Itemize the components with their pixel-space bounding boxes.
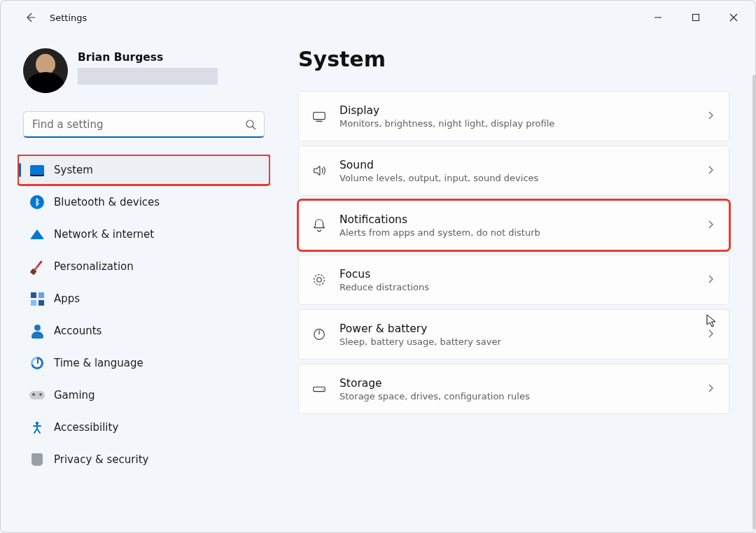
card-title: Power & battery [340,322,706,335]
avatar [23,48,68,93]
sidebar-item-label: Bluetooth & devices [54,196,160,208]
bluetooth-icon: ᛒ [29,194,46,211]
card-notifications[interactable]: Notifications Alerts from apps and syste… [298,200,729,250]
accounts-icon [29,322,46,339]
card-display[interactable]: Display Monitors, brightness, night ligh… [298,91,729,141]
card-storage[interactable]: Storage Storage space, drives, configura… [298,364,729,414]
card-text: Display Monitors, brightness, night ligh… [340,104,706,129]
user-email-redacted [78,68,218,85]
card-subtitle: Storage space, drives, configuration rul… [340,391,706,401]
power-icon [312,327,340,342]
maximize-button[interactable] [677,3,715,31]
page-title: System [298,47,746,71]
sidebar-item-label: Time & language [54,357,144,369]
card-text: Notifications Alerts from apps and syste… [340,213,706,238]
arrow-left-icon [24,12,36,23]
card-text: Sound Volume levels, output, input, soun… [340,159,706,183]
user-block[interactable]: Brian Burgess [18,48,270,93]
card-text: Storage Storage space, drives, configura… [340,377,706,401]
sidebar-item-label: Accounts [54,325,102,337]
sidebar-item-time-language[interactable]: Time & language [18,348,270,378]
svg-rect-3 [314,113,326,120]
sidebar-item-label: Accessibility [54,421,118,434]
user-name: Brian Burgess [78,51,218,64]
window-controls [639,3,752,31]
content-area: Brian Burgess System ᛒ Bluetooth & devic… [1,34,755,532]
notifications-icon [312,218,340,233]
settings-window: Settings Brian Burgess [0,0,756,533]
search-icon [245,119,256,130]
storage-icon [312,381,340,397]
apps-icon [29,290,46,307]
sidebar-item-accessibility[interactable]: Accessibility [18,412,270,443]
card-subtitle: Monitors, brightness, night light, displ… [340,118,706,129]
maximize-icon [692,13,700,22]
sidebar-item-privacy[interactable]: Privacy & security [18,444,270,475]
chevron-right-icon [706,164,715,178]
sound-icon [312,163,340,178]
minimize-icon [654,13,662,22]
card-subtitle: Alerts from apps and system, do not dist… [340,227,706,238]
sidebar-item-label: Gaming [54,389,95,401]
svg-point-5 [317,278,321,282]
svg-point-8 [323,389,324,390]
focus-icon [312,272,340,287]
card-sound[interactable]: Sound Volume levels, output, input, soun… [298,145,729,196]
gaming-icon [29,387,46,404]
network-icon [29,226,46,243]
minimize-button[interactable] [639,3,677,31]
card-title: Sound [340,159,706,171]
sidebar-item-system[interactable]: System [18,155,270,185]
main-panel: System Display Monitors, brightness, nig… [277,34,755,532]
sidebar: Brian Burgess System ᛒ Bluetooth & devic… [1,34,277,532]
time-language-icon [29,355,46,371]
display-icon [312,108,340,124]
titlebar: Settings [1,1,755,34]
card-text: Power & battery Sleep, battery usage, ba… [340,322,706,347]
card-subtitle: Volume levels, output, input, sound devi… [340,173,706,183]
card-subtitle: Reduce distractions [340,282,706,292]
sidebar-item-label: Privacy & security [54,453,148,466]
chevron-right-icon [706,383,715,396]
accessibility-icon [29,419,46,436]
close-icon [729,13,738,22]
system-icon [29,162,46,178]
svg-rect-0 [693,15,699,21]
card-text: Focus Reduce distractions [340,268,706,292]
search-wrap [23,111,265,138]
sidebar-item-label: Personalization [54,260,134,273]
chevron-right-icon [706,328,715,341]
search-input[interactable] [23,111,265,138]
card-focus[interactable]: Focus Reduce distractions [298,255,729,305]
sidebar-item-bluetooth[interactable]: ᛒ Bluetooth & devices [18,187,270,218]
sidebar-item-label: System [54,164,93,176]
sidebar-item-label: Apps [54,292,80,305]
sidebar-item-accounts[interactable]: Accounts [18,315,270,346]
app-title: Settings [50,13,87,23]
privacy-icon [29,451,46,468]
chevron-right-icon [706,273,715,287]
svg-point-1 [246,120,253,127]
card-power[interactable]: Power & battery Sleep, battery usage, ba… [298,309,729,360]
card-title: Focus [340,268,706,280]
card-title: Notifications [340,213,706,226]
sidebar-item-network[interactable]: Network & internet [18,219,270,250]
user-text: Brian Burgess [78,51,218,85]
sidebar-item-label: Network & internet [54,228,154,241]
card-title: Storage [340,377,706,390]
chevron-right-icon [706,110,715,123]
close-button[interactable] [715,3,752,31]
personalization-icon [29,258,46,275]
back-button[interactable] [15,2,46,33]
chevron-right-icon [706,219,715,232]
sidebar-item-apps[interactable]: Apps [18,283,270,314]
sidebar-nav: System ᛒ Bluetooth & devices Network & i… [18,155,270,475]
card-title: Display [340,104,706,117]
card-subtitle: Sleep, battery usage, battery saver [340,336,706,347]
sidebar-item-gaming[interactable]: Gaming [18,380,270,411]
settings-cards: Display Monitors, brightness, night ligh… [298,91,729,414]
scrollbar[interactable] [752,75,755,530]
svg-point-4 [314,275,325,285]
sidebar-item-personalization[interactable]: Personalization [18,251,270,282]
